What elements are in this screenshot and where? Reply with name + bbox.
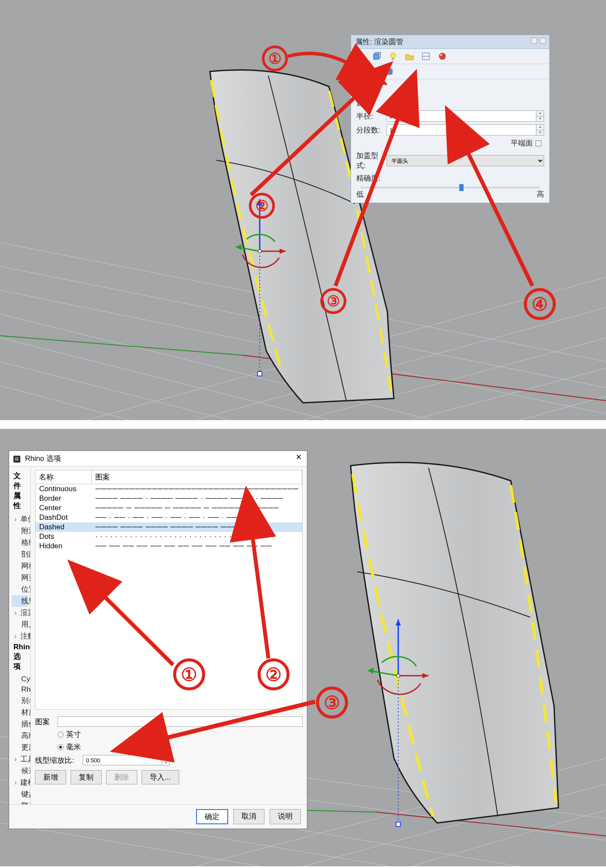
accuracy-label: 精确度: <box>356 173 387 183</box>
bottom-viewport[interactable]: R Rhino 选项 ✕ 文件属性 单位附注格线剖面线网格网页浏览器位置 线型 … <box>0 429 606 866</box>
linetype-row[interactable]: Dots· · · · · · · · · · · · · · · · · · … <box>35 532 302 541</box>
tree-item[interactable]: Cycles <box>12 674 28 684</box>
tree-item[interactable]: 网页浏览器 <box>12 572 28 583</box>
pipe-icon[interactable] <box>370 67 380 76</box>
col-name-label[interactable]: 名称 <box>35 470 92 484</box>
linetype-row[interactable]: Border──── ──── · ──── ──── · ──── ──── … <box>35 494 302 503</box>
circle-icon[interactable] <box>355 52 365 61</box>
properties-panel[interactable]: 属性: 渲染圆管 <box>351 35 550 203</box>
radio-inch[interactable] <box>58 732 64 738</box>
tree-item[interactable]: 用户文件文本 <box>12 619 28 630</box>
tree-item[interactable]: 插件程序 <box>12 718 28 730</box>
scale-input[interactable] <box>83 755 162 765</box>
tree-item[interactable]: 候选列表 <box>12 765 28 777</box>
tree-item[interactable]: 建模辅助 <box>12 777 28 788</box>
annotation-b3: ③ <box>316 687 348 719</box>
db-icon[interactable] <box>385 67 394 76</box>
grid-icon[interactable] <box>421 52 431 61</box>
radio-mm[interactable] <box>58 744 64 750</box>
help-button[interactable]: 说明 <box>270 809 301 824</box>
tree-item[interactable]: RhinoScript <box>12 684 28 695</box>
tree-item[interactable]: 更新与统计 <box>12 742 28 753</box>
tree-item[interactable]: 渲染 <box>12 607 28 619</box>
svg-marker-49 <box>368 667 374 674</box>
flatend-checkbox[interactable] <box>535 140 542 146</box>
paint-icon[interactable] <box>438 52 447 61</box>
dialog-title-bar[interactable]: R Rhino 选项 ✕ <box>9 451 307 466</box>
linetype-row[interactable]: Continuous──────────────────────────────… <box>35 484 302 494</box>
gumball[interactable] <box>212 199 307 385</box>
panel-title-bar[interactable]: 属性: 渲染圆管 <box>351 35 549 49</box>
svg-marker-19 <box>236 244 242 250</box>
segments-spinner[interactable]: ▴▾ <box>536 124 544 136</box>
tree-item[interactable]: 单位 <box>12 513 28 525</box>
cap-select[interactable]: 半圆头 <box>387 155 544 166</box>
tube-icon[interactable] <box>355 67 365 76</box>
rhino-icon: R <box>13 456 20 463</box>
import-button[interactable]: 导入... <box>142 770 179 784</box>
slider-low-label: 低 <box>356 189 364 199</box>
tree-item[interactable]: 附注 <box>12 525 28 537</box>
linetype-list-header: 名称 图案 <box>35 470 303 484</box>
close-icon[interactable]: ✕ <box>294 453 303 462</box>
cancel-button[interactable]: 取消 <box>233 809 264 824</box>
panel-tab-row-2 <box>351 64 549 79</box>
radius-spinner[interactable]: ▴▾ <box>536 110 544 122</box>
tree-item[interactable]: 工具列 <box>12 753 28 765</box>
scale-spinner[interactable]: ▴▾ <box>162 755 170 766</box>
tree-item[interactable]: 格线 <box>12 537 28 548</box>
tree-item[interactable]: 警示器 <box>12 800 28 804</box>
cube-icon[interactable] <box>372 52 381 61</box>
unit-mm-row[interactable]: 毫米 <box>35 742 303 752</box>
panel-body: 启用 设定 半径: ▴▾ 分段数: ▴▾ 平端面 <box>351 79 549 203</box>
top-viewport[interactable]: 属性: 渲染圆管 <box>0 0 606 420</box>
linetype-name: Border <box>39 494 95 503</box>
ok-button[interactable]: 确定 <box>196 809 228 824</box>
linetype-row[interactable]: Center───── ─ ───── ─ ───── ─ ───── ─ ──… <box>35 503 302 513</box>
tree-item-linetype[interactable]: 线型 <box>12 595 28 607</box>
new-button[interactable]: 新增 <box>35 770 66 784</box>
pattern-input[interactable] <box>58 716 303 727</box>
pattern-field: 图案 <box>35 716 303 727</box>
dialog-body: 文件属性 单位附注格线剖面线网格网页浏览器位置 线型 渲染用户文件文本注解样式 … <box>9 466 307 804</box>
tree-item[interactable]: 剖面线 <box>12 548 28 560</box>
tree-item[interactable]: 高级 <box>12 730 28 742</box>
copy-button[interactable]: 复制 <box>71 770 102 784</box>
options-tree[interactable]: 文件属性 单位附注格线剖面线网格网页浏览器位置 线型 渲染用户文件文本注解样式 … <box>9 466 31 804</box>
svg-line-48 <box>368 670 398 676</box>
linetype-name: Hidden <box>39 542 95 551</box>
pin-icon[interactable] <box>531 38 537 44</box>
linetype-row[interactable]: DashDot── · ── · ── · ── · ── · ── · ── … <box>35 513 302 522</box>
tree-item[interactable]: 网格 <box>12 560 28 572</box>
rhino-options-dialog[interactable]: R Rhino 选项 ✕ 文件属性 单位附注格线剖面线网格网页浏览器位置 线型 … <box>9 450 307 829</box>
enable-row[interactable]: 启用 <box>356 85 544 95</box>
svg-point-31 <box>357 68 364 75</box>
tree-item[interactable]: 材质库 <box>12 706 28 718</box>
tree-item[interactable]: 注解样式 <box>12 630 28 642</box>
svg-point-29 <box>439 53 446 60</box>
gumball-bottom[interactable] <box>342 619 455 836</box>
enable-checkbox[interactable] <box>356 87 362 94</box>
svg-line-10 <box>411 368 606 420</box>
linetype-pattern: · · · · · · · · · · · · · · · · · · · · … <box>95 532 299 541</box>
radius-input[interactable] <box>387 110 536 122</box>
linetype-name: Dots <box>39 532 95 541</box>
col-pattern-label[interactable]: 图案 <box>92 470 302 484</box>
slider-thumb[interactable] <box>459 184 464 191</box>
tree-item[interactable]: 别名 <box>12 695 28 706</box>
svg-rect-26 <box>392 58 394 60</box>
linetype-row[interactable]: Hidden── ── ── ── ── ── ── ── ── ── ── ─… <box>35 541 302 551</box>
folder-icon[interactable] <box>405 52 414 61</box>
unit-inch-row[interactable]: 英寸 <box>35 729 303 739</box>
bulb-icon[interactable] <box>388 52 398 61</box>
accuracy-slider[interactable] <box>361 187 540 188</box>
segments-input[interactable] <box>387 124 536 136</box>
linetype-row[interactable]: Dashed──── ──── ──── ──── ──── ──── <box>35 522 302 532</box>
tree-item[interactable]: 位置 <box>12 583 28 595</box>
tree-item[interactable]: 键盘 <box>12 788 28 800</box>
svg-line-5 <box>0 362 229 420</box>
annotation-3: ③ <box>320 288 346 314</box>
dialog-right-pane: 名称 图案 Continuous────────────────────────… <box>31 466 307 804</box>
close-icon[interactable] <box>540 38 546 44</box>
annotation-4: ④ <box>524 288 556 320</box>
